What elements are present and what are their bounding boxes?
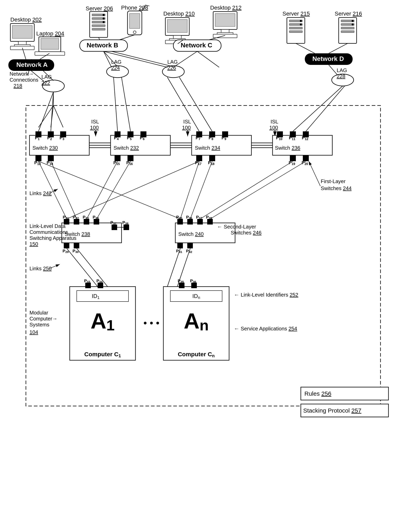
svg-point-45 (352, 24, 354, 25)
svg-text:100: 100 (182, 125, 191, 131)
svg-text:Communications: Communications (29, 229, 68, 235)
link-level-identifiers-label: ← Link-Level Identifiers 252 (234, 292, 298, 298)
svg-text:228: 228 (337, 73, 345, 79)
svg-line-128 (180, 161, 199, 219)
svg-line-53 (99, 37, 100, 40)
svg-line-130 (200, 161, 293, 219)
computer-c1-label: Computer C1 (84, 351, 121, 358)
svg-line-136 (309, 161, 320, 186)
server-206-label: Server 206 (86, 5, 113, 12)
svg-line-126 (87, 161, 118, 219)
port-p35 (179, 283, 185, 288)
isl-100-label-1: ISL (91, 119, 99, 125)
svg-line-58 (329, 43, 348, 53)
desktop-202-label: Desktop 202 (10, 16, 42, 23)
svg-text:P28: P28 (206, 215, 212, 220)
svg-line-142 (67, 248, 98, 286)
svg-text:Switches 244: Switches 244 (321, 185, 352, 191)
server-215-label: Server 215 (282, 10, 310, 17)
svg-text:Systems: Systems (29, 322, 49, 327)
svg-rect-29 (221, 29, 229, 33)
svg-line-63 (197, 51, 219, 67)
switch-240-label: Switch 240 (178, 231, 204, 237)
port-p32 (187, 243, 193, 248)
svg-line-129 (190, 161, 212, 219)
svg-line-158 (53, 106, 63, 127)
svg-rect-7 (35, 52, 65, 55)
svg-line-108 (293, 86, 343, 131)
svg-rect-43 (341, 31, 354, 33)
svg-text:Connections: Connections (9, 77, 38, 83)
svg-text:Switches 246: Switches 246 (231, 230, 262, 236)
switch-236-label: Switch 236 (275, 145, 300, 151)
switch-230-label: Switch 230 (33, 145, 58, 151)
svg-text:P36: P36 (190, 278, 196, 283)
svg-text:Computer→: Computer→ (29, 316, 57, 322)
svg-text:100: 100 (90, 125, 99, 131)
port-p36 (191, 283, 197, 288)
stacking-protocol-label: Stacking Protocol 257 (303, 407, 361, 414)
svg-line-104 (114, 77, 118, 131)
svg-rect-12 (92, 25, 105, 27)
svg-line-64 (329, 65, 338, 75)
svg-rect-23 (167, 19, 187, 33)
lag-224-label: LAG (111, 59, 121, 65)
svg-text:104: 104 (29, 329, 38, 335)
svg-rect-6 (41, 38, 59, 49)
phone-208-label: Phone 208 (121, 5, 148, 11)
svg-line-125 (51, 161, 77, 219)
port-p34 (98, 283, 103, 288)
port-p22 (74, 219, 79, 224)
rules-label: Rules 256 (304, 390, 331, 397)
svg-rect-1 (12, 25, 32, 38)
port-p26 (187, 219, 193, 224)
lag-226-label: LAG (167, 59, 178, 65)
link-level-data-label: Link-Level Data (29, 223, 66, 229)
svg-point-16 (102, 21, 105, 23)
main-diagram-svg: Desktop 202 Laptop 204 Server 206 Phone … (0, 0, 408, 532)
svg-point-15 (102, 17, 105, 19)
laptop-204-icon (35, 37, 65, 55)
svg-text:226: 226 (167, 65, 176, 71)
svg-line-143 (77, 248, 108, 286)
svg-text:P23: P23 (83, 215, 89, 220)
laptop-204-label: Laptop 204 (36, 31, 64, 37)
second-layer-switches-label: ← Second-Layer (217, 224, 256, 230)
svg-line-105 (121, 77, 130, 131)
svg-rect-13 (92, 28, 105, 30)
server-216-label: Server 216 (335, 10, 362, 17)
isl-100-label-3: ISL (271, 119, 278, 125)
port-p27 (197, 219, 203, 224)
svg-line-132 (38, 161, 180, 219)
svg-text:222: 222 (42, 80, 50, 86)
svg-line-127 (97, 161, 130, 219)
svg-point-37 (300, 20, 302, 22)
svg-text:224: 224 (111, 65, 120, 71)
svg-text:P38: P38 (122, 220, 128, 225)
svg-text:P37: P37 (110, 220, 117, 225)
svg-line-57 (296, 43, 315, 53)
id1-box (77, 291, 128, 302)
computer-cn-label: Computer Cn (178, 351, 214, 358)
port-p28 (207, 219, 213, 224)
desktop-210-label: Desktop 210 (163, 10, 195, 17)
modular-computer-label: Modular (29, 310, 48, 316)
server-206-icon (90, 12, 108, 37)
first-layer-switches-label: First-Layer (321, 178, 346, 184)
server-216-icon (339, 17, 357, 43)
svg-line-54 (119, 35, 135, 40)
port-p29 (64, 243, 69, 248)
port-p37 (111, 224, 117, 230)
links-242-label: Links 242 (29, 190, 51, 196)
port-p24 (94, 219, 99, 224)
service-applications-label: ← Service Applications 254 (234, 326, 297, 332)
svg-point-44 (352, 20, 354, 22)
svg-text:P35: P35 (178, 278, 184, 283)
svg-text:Switching Apparatus: Switching Apparatus (29, 235, 76, 241)
port-p31 (177, 243, 183, 248)
svg-rect-28 (215, 14, 235, 26)
port-p23 (84, 219, 89, 224)
svg-rect-36 (289, 31, 302, 33)
svg-line-131 (210, 161, 306, 219)
svg-rect-42 (341, 27, 354, 29)
